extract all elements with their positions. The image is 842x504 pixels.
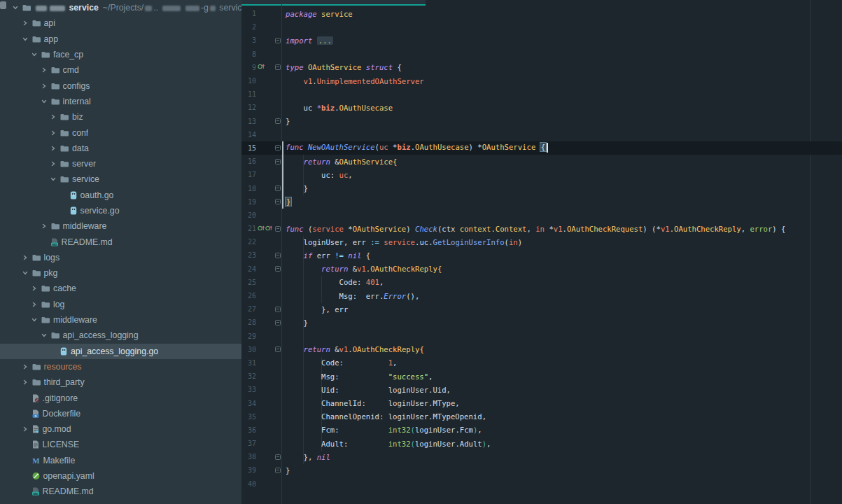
code-editor-panel[interactable]: 1package service23import ...89type OAuth… (241, 0, 842, 504)
line-number[interactable]: 38 (241, 453, 256, 461)
vcs-change-marker[interactable] (282, 168, 283, 181)
code-line-9[interactable]: 9type OAuthService struct { (241, 61, 842, 74)
code-line-25[interactable]: 25 Code: 401, (241, 276, 842, 289)
chevron-down-icon[interactable] (22, 36, 28, 42)
tree-item-go-mod[interactable]: go.mod (0, 421, 241, 437)
tree-item-middleware[interactable]: middleware (0, 218, 241, 234)
fold-collapse-icon[interactable] (275, 38, 281, 43)
tree-item-oauth-go[interactable]: oauth.go (0, 188, 241, 203)
chevron-right-icon[interactable] (31, 302, 37, 307)
code-line-18[interactable]: 18 } (241, 181, 842, 195)
line-number[interactable]: 20 (241, 211, 256, 219)
tree-item-makefile[interactable]: MMakefile (0, 453, 241, 468)
tree-item-gitignore[interactable]: .gitignore (0, 390, 241, 405)
code-line-14[interactable]: 14 (241, 128, 842, 141)
vcs-change-marker[interactable] (282, 141, 283, 155)
line-number[interactable]: 36 (241, 426, 256, 434)
tree-item-configs[interactable]: configs (0, 78, 241, 93)
code-line-39[interactable]: 39} (241, 463, 842, 477)
code-line-23[interactable]: 23 if err != nil { (241, 248, 842, 262)
chevron-right-icon[interactable] (41, 67, 47, 73)
tree-item-conf[interactable]: conf (0, 125, 241, 140)
code-line-31[interactable]: 31 Code: 1, (241, 356, 842, 370)
code-line-35[interactable]: 35 ChannelOpenid: loginUser.MTypeOpenid, (241, 410, 842, 424)
chevron-right-icon[interactable] (50, 114, 56, 120)
line-number[interactable]: 27 (241, 305, 256, 313)
code-line-10[interactable]: 10 v1.UnimplementedOAuthServer (241, 74, 842, 88)
line-number[interactable]: 32 (241, 372, 256, 380)
line-number[interactable]: 14 (241, 131, 256, 139)
line-number[interactable]: 2 (241, 23, 256, 31)
line-number[interactable]: 23 (241, 251, 256, 259)
tree-item-third-party[interactable]: third_party (0, 374, 241, 390)
code-line-16[interactable]: 16 return &OAuthService{ (241, 155, 842, 168)
code-line-2[interactable]: 2 (241, 20, 842, 34)
code-line-11[interactable]: 11 (241, 88, 842, 101)
fold-end-icon[interactable] (275, 199, 281, 204)
line-number[interactable]: 21 (241, 225, 256, 232)
chevron-right-icon[interactable] (41, 223, 47, 229)
chevron-right-icon[interactable] (22, 255, 28, 260)
fold-collapse-icon[interactable] (275, 145, 281, 150)
fold-end-icon[interactable] (275, 307, 281, 312)
fold-collapse-icon[interactable] (275, 159, 281, 164)
line-number[interactable]: 3 (241, 36, 256, 44)
line-number[interactable]: 15 (241, 144, 256, 152)
chevron-down-icon[interactable] (50, 176, 56, 182)
tree-item-service[interactable]: service (0, 172, 241, 187)
line-number[interactable]: 31 (241, 359, 256, 367)
code-line-20[interactable]: 20 (241, 209, 842, 222)
chevron-right-icon[interactable] (22, 379, 28, 385)
tree-item-app[interactable]: app (0, 31, 241, 47)
line-number[interactable]: 24 (241, 265, 256, 273)
line-number[interactable]: 22 (241, 238, 256, 246)
line-number[interactable]: 39 (241, 466, 256, 474)
line-number[interactable]: 37 (241, 440, 256, 447)
line-number[interactable]: 25 (241, 279, 256, 286)
line-number[interactable]: 35 (241, 413, 256, 421)
tree-item-dockerfile[interactable]: DDockerfile (0, 406, 241, 421)
code-line-12[interactable]: 12 uc *biz.OAuthUsecase (241, 101, 842, 114)
chevron-down-icon[interactable] (31, 52, 37, 57)
code-line-34[interactable]: 34 ChannelId: loginUser.MType, (241, 396, 842, 410)
implemented-marker-icon[interactable] (258, 63, 265, 71)
implemented-marker-icon[interactable] (258, 225, 265, 233)
line-number[interactable]: 33 (241, 386, 256, 393)
line-number[interactable]: 30 (241, 346, 256, 354)
tree-item-pkg[interactable]: pkg (0, 265, 241, 281)
code-line-22[interactable]: 22 loginUser, err := service.uc.GetLogin… (241, 235, 842, 248)
chevron-down-icon[interactable] (31, 317, 37, 323)
chevron-right-icon[interactable] (22, 364, 28, 370)
tree-item-readme-md[interactable]: MDREADME.md (0, 484, 241, 499)
code-line-33[interactable]: 33 Uid: loginUser.Uid, (241, 383, 842, 396)
code-line-13[interactable]: 13} (241, 115, 842, 128)
tree-item-service-go[interactable]: service.go (0, 203, 241, 218)
chevron-right-icon[interactable] (50, 146, 56, 151)
fold-collapse-icon[interactable] (275, 266, 281, 272)
code-line-37[interactable]: 37 Adult: int32(loginUser.Adult), (241, 437, 842, 450)
code-line-38[interactable]: 38 }, nil (241, 450, 842, 463)
line-number[interactable]: 18 (241, 185, 256, 192)
tree-item-face-cp[interactable]: face_cp (0, 47, 241, 62)
line-number[interactable]: 29 (241, 332, 256, 340)
line-number[interactable]: 16 (241, 158, 256, 165)
fold-collapse-icon[interactable] (275, 253, 281, 258)
line-number[interactable]: 9 (241, 64, 256, 71)
tree-item-license[interactable]: LICENSE (0, 437, 241, 452)
chevron-down-icon[interactable] (41, 99, 47, 104)
code-line-15[interactable]: 15func NewOAuthService(uc *biz.OAuthUsec… (241, 141, 842, 155)
line-number[interactable]: 10 (241, 77, 256, 85)
tree-item-resources[interactable]: resources (0, 359, 241, 374)
line-number[interactable]: 17 (241, 171, 256, 178)
tree-item-internal[interactable]: internal (0, 94, 241, 109)
chevron-right-icon[interactable] (31, 286, 37, 291)
vcs-change-marker[interactable] (282, 181, 283, 195)
line-number[interactable]: 8 (241, 50, 256, 58)
fold-end-icon[interactable] (275, 454, 281, 460)
tree-item-cmd[interactable]: cmd (0, 62, 241, 78)
fold-end-icon[interactable] (275, 118, 281, 124)
chevron-right-icon[interactable] (50, 161, 56, 167)
line-number[interactable]: 28 (241, 318, 256, 326)
project-root-row[interactable]: service ~/Projects/.. -g service (0, 0, 241, 15)
code-line-1[interactable]: 1package service (241, 7, 842, 20)
